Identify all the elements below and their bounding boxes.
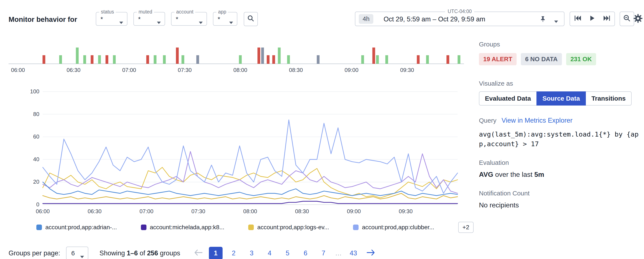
legend-more-button[interactable]: +2 [458, 222, 474, 233]
tab-source-data[interactable]: Source Data [536, 91, 586, 106]
status-timeline-chart[interactable]: 06:0006:3007:0007:3008:0008:3009:0009:30 [8, 41, 464, 77]
pagination-page-2[interactable]: 2 [227, 247, 240, 259]
skip-back-icon [574, 15, 581, 23]
svg-text:07:30: 07:30 [191, 208, 205, 214]
tab-evaluated-data[interactable]: Evaluated Data [479, 91, 537, 106]
group-status-badges: 19 ALERT 6 NO DATA 231 OK [479, 53, 644, 65]
legend-item[interactable]: account:prod,app:logs-ev... [248, 224, 329, 231]
svg-text:09:00: 09:00 [344, 67, 358, 73]
svg-text:08:00: 08:00 [233, 67, 247, 73]
svg-text:06:30: 06:30 [66, 67, 80, 73]
notification-count-value: No recipients [479, 201, 644, 209]
groups-heading: Groups [479, 41, 644, 48]
legend-item[interactable]: account:prod,app:clubber... [353, 224, 434, 231]
play-button[interactable] [588, 14, 596, 24]
play-icon [590, 15, 595, 23]
svg-text:07:00: 07:00 [122, 67, 136, 73]
pagination-page-4[interactable]: 4 [263, 247, 276, 259]
pagination-page-5[interactable]: 5 [281, 247, 294, 259]
groups-panel: Groups 19 ALERT 6 NO DATA 231 OK Visuali… [479, 41, 644, 209]
svg-text:09:00: 09:00 [347, 208, 361, 214]
monitor-query-expression: avg(last_5m):avg:system.load.1{*} by {ap… [479, 130, 639, 149]
legend-label: account:prod,app:logs-ev... [257, 224, 329, 231]
showing-range-text: Showing 1–6 of 256 groups [100, 249, 180, 257]
pagination-page-7[interactable]: 7 [317, 247, 330, 259]
svg-text:09:30: 09:30 [400, 67, 414, 73]
pager: 1234567…43 [192, 247, 377, 259]
pagination-page-43[interactable]: 43 [346, 247, 360, 259]
legend-item[interactable]: account:michelada,app:k8... [141, 224, 224, 231]
legend-label: account:prod,app:clubber... [362, 224, 434, 231]
chevron-down-icon [80, 252, 84, 259]
visualize-as-segmented-control: Evaluated Data Source Data Transitions [479, 91, 644, 106]
gear-icon [633, 18, 643, 25]
chart-legend: account:prod,app:adrian-... account:mich… [36, 222, 474, 233]
legend-swatch [353, 224, 358, 230]
svg-text:07:30: 07:30 [178, 67, 192, 73]
groups-per-page-label: Groups per page: [8, 249, 60, 257]
arrow-left-icon [194, 249, 203, 257]
chevron-down-icon [156, 18, 161, 26]
svg-text:80: 80 [33, 111, 39, 117]
skip-forward-icon [604, 15, 610, 23]
svg-text:100: 100 [30, 88, 39, 95]
filter-status[interactable]: status * [96, 12, 128, 26]
skip-back-button[interactable] [572, 14, 583, 24]
alert-count-badge[interactable]: 19 ALERT [479, 53, 516, 65]
chevron-down-icon [229, 18, 234, 26]
source-data-line-chart[interactable]: 02040608010006:0006:3007:0007:3008:0008:… [24, 86, 460, 221]
filter-status-value: * [100, 16, 103, 23]
filter-app-value: * [218, 16, 220, 23]
pagination-page-1[interactable]: 1 [209, 247, 222, 259]
time-range-text: Oct 29, 5:59 am – Oct 29, 9:59 am [384, 16, 485, 23]
pagination-ellipsis: … [334, 249, 342, 257]
legend-swatch [36, 224, 42, 230]
metrics-explorer-link[interactable]: View in Metrics Explorer [502, 117, 572, 124]
groups-per-page-value: 6 [71, 249, 75, 257]
pin-timeframe-button[interactable] [540, 16, 546, 24]
tab-transitions[interactable]: Transitions [586, 91, 632, 106]
skip-forward-button[interactable] [602, 14, 612, 24]
no-data-count-badge[interactable]: 6 NO DATA [521, 53, 562, 65]
legend-swatch [248, 224, 254, 230]
time-range-picker[interactable]: UTC-04:00 4h Oct 29, 5:59 am – Oct 29, 9… [355, 12, 564, 26]
evaluation-middle-text: over the last [493, 171, 534, 178]
filter-app-label: app [216, 9, 228, 15]
legend-label: account:prod,app:adrian-... [45, 224, 117, 231]
legend-label: account:michelada,app:k8... [150, 224, 224, 231]
evaluation-text: AVG over the last 5m [479, 171, 644, 178]
monitor-status-page: Monitor behavior for status * muted * ac… [0, 0, 644, 259]
pagination-page-6[interactable]: 6 [299, 247, 312, 259]
pagination-page-3[interactable]: 3 [245, 247, 258, 259]
chevron-down-icon [119, 18, 124, 26]
chevron-down-icon [198, 18, 203, 26]
search-icon [248, 15, 254, 23]
filter-app[interactable]: app * [213, 12, 237, 26]
svg-text:08:30: 08:30 [295, 208, 309, 214]
filter-account[interactable]: account * [171, 12, 207, 26]
zoom-out-button[interactable] [620, 12, 634, 26]
next-page-button[interactable] [364, 249, 377, 257]
zoom-out-icon [623, 15, 630, 23]
filter-muted[interactable]: muted * [134, 12, 165, 26]
svg-text:60: 60 [33, 133, 39, 140]
filter-muted-value: * [138, 16, 141, 23]
svg-text:0: 0 [36, 201, 39, 208]
legend-item[interactable]: account:prod,app:adrian-... [36, 224, 117, 231]
svg-text:08:30: 08:30 [289, 67, 303, 73]
pin-icon [540, 17, 546, 24]
svg-text:08:00: 08:00 [243, 208, 257, 214]
search-button[interactable] [244, 12, 258, 26]
svg-text:20: 20 [33, 178, 39, 185]
svg-text:06:00: 06:00 [36, 208, 50, 214]
filter-muted-label: muted [137, 9, 154, 15]
evaluation-window: 5m [534, 171, 544, 178]
groups-per-page-select[interactable]: 6 [66, 246, 88, 259]
settings-button[interactable] [633, 14, 643, 25]
svg-text:06:00: 06:00 [11, 67, 25, 73]
visualize-as-heading: Visualize as [479, 80, 644, 87]
previous-page-button[interactable] [192, 249, 204, 257]
range-shortcut-chip[interactable]: 4h [359, 14, 373, 24]
ok-count-badge[interactable]: 231 OK [566, 53, 596, 65]
time-range-dropdown-button[interactable] [554, 18, 558, 25]
